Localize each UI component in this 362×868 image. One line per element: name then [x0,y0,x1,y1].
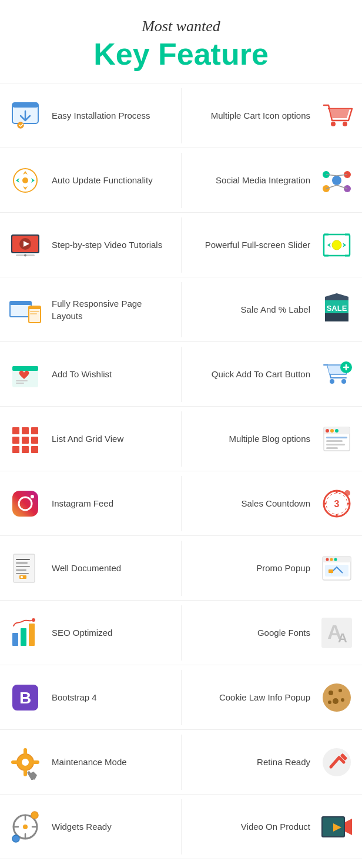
feature-cell-left-5: List And Grid View [0,411,181,467]
feature-cell-left-1: Auto Update Functionality [0,153,181,208]
svg-point-44 [341,379,346,384]
svg-rect-108 [24,769,27,776]
svg-rect-77 [16,562,28,564]
svg-rect-90 [12,633,18,646]
svg-rect-109 [11,760,18,764]
sale-icon: SALE [316,289,357,330]
feature-cell-left-3: Fully Responsive Page Layouts [0,282,181,337]
feature-row: Add To Wishlist Quick Add To Cart Button [0,342,362,407]
wishlist-icon [5,354,46,395]
feature-row: Widgets Ready Video On Product [0,795,362,859]
svg-rect-76 [16,559,30,560]
svg-rect-42 [16,383,24,384]
feature-row: Easy Installation Process Multiple Cart … [0,83,362,148]
svg-point-7 [332,176,341,185]
svg-text:3: 3 [334,499,340,509]
features-grid: Easy Installation Process Multiple Cart … [0,83,362,859]
feature-cell-left-0: Easy Installation Process [0,88,181,143]
blog-icon [316,418,357,460]
video-icon [5,224,46,266]
feature-label-left-10: Maintenance Mode [46,756,133,768]
svg-point-114 [23,825,28,829]
header-subtitle: Most wanted [12,18,350,35]
gridview-icon [5,418,46,460]
svg-point-4 [343,122,347,126]
feature-row: List And Grid View Multiple Blog options [0,407,362,471]
feature-cell-right-6: Sales Countdown 3 [181,476,363,531]
feature-label-right-9: Cookie Law Info Popup [213,691,316,703]
svg-point-43 [330,379,334,384]
svg-point-6 [22,177,28,183]
svg-point-59 [335,429,338,433]
svg-point-100 [329,691,333,695]
feature-cell-right-9: Cookie Law Info Popup [181,670,363,725]
feature-row: Well Documented Promo Popup [0,536,362,601]
svg-rect-50 [22,437,29,444]
feature-row: Instagram Feed Sales Countdown 3 [0,471,362,536]
feature-cell-right-2: Powerful Full-screen Slider [181,217,363,273]
svg-point-82 [21,576,23,578]
svg-rect-1 [12,103,38,108]
feature-label-left-0: Easy Installation Process [46,109,156,122]
install-icon [5,95,46,136]
svg-rect-51 [31,437,38,444]
feature-label-left-7: Well Documented [46,562,127,574]
svg-rect-47 [22,427,29,434]
feature-label-right-7: Promo Popup [250,562,316,574]
svg-rect-61 [326,440,343,442]
svg-rect-33 [30,313,37,314]
svg-point-104 [328,701,331,704]
fonts-icon: A A [316,612,357,653]
feature-label-left-4: Add To Wishlist [46,368,118,380]
feature-label-right-3: Sale And % Label [235,303,316,316]
feature-label-right-10: Retina Ready [251,756,316,768]
svg-rect-79 [16,569,26,571]
svg-point-102 [333,698,338,704]
feature-cell-right-10: Retina Ready [181,735,363,790]
feature-label-right-1: Social Media Integration [210,174,316,186]
svg-rect-92 [29,624,35,646]
svg-text:B: B [19,689,31,707]
feature-cell-right-5: Multiple Blog options [181,411,363,467]
svg-point-103 [341,698,344,702]
svg-point-3 [331,122,336,126]
feature-label-left-6: Instagram Feed [46,497,119,510]
svg-point-106 [22,759,29,766]
svg-rect-31 [29,306,41,309]
feature-label-left-3: Fully Responsive Page Layouts [46,297,176,322]
svg-rect-52 [12,446,19,453]
svg-rect-46 [12,427,19,434]
feature-row: SEO Optimized Google Fonts A A [0,601,362,665]
videoproduct-icon [316,806,357,847]
svg-point-86 [330,558,333,561]
feature-cell-right-8: Google Fonts A A [181,605,363,661]
feature-cell-left-7: Well Documented [0,541,181,596]
svg-point-66 [31,495,34,498]
svg-rect-32 [30,311,39,312]
svg-point-23 [332,240,341,250]
svg-point-85 [326,558,329,561]
feature-cell-left-9: B Bootstrap 4 [0,670,181,725]
feature-label-right-2: Powerful Full-screen Slider [199,239,316,251]
feature-label-right-11: Video On Product [235,820,316,833]
feature-label-right-4: Quick Add To Cart Button [206,368,316,380]
svg-point-2 [18,122,24,128]
quickcart-icon [316,354,357,395]
feature-cell-right-4: Quick Add To Cart Button [181,347,363,402]
svg-point-115 [31,812,38,819]
feature-cell-left-8: SEO Optimized [0,605,181,661]
feature-label-right-8: Google Fonts [252,626,316,639]
svg-rect-60 [326,437,347,438]
svg-point-21 [24,254,26,256]
feature-label-right-0: Multiple Cart Icon options [205,109,316,122]
svg-point-93 [32,618,35,622]
svg-rect-91 [21,628,26,646]
svg-rect-110 [32,760,39,764]
responsive-icon [5,289,46,330]
svg-rect-49 [12,437,19,444]
feature-label-left-9: Bootstrap 4 [46,691,103,703]
header: Most wanted Key Feature [0,0,362,83]
svg-point-99 [323,683,351,712]
svg-rect-89 [329,569,333,573]
feature-cell-left-4: Add To Wishlist [0,347,181,402]
